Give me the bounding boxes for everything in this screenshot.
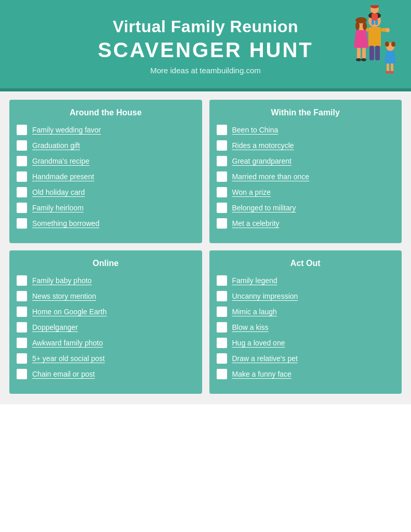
list-item: Great grandparent bbox=[217, 156, 395, 166]
svg-rect-3 bbox=[369, 46, 374, 60]
checkbox[interactable] bbox=[217, 322, 227, 332]
checkbox[interactable] bbox=[17, 322, 27, 332]
item-label: Awkward family photo bbox=[32, 338, 103, 348]
item-label: Met a celebrity bbox=[232, 219, 280, 228]
main-content: Around the HouseFamily wedding favorGrad… bbox=[0, 91, 411, 404]
header: Virtual Family Reunion SCAVENGER HUNT Mo… bbox=[0, 0, 411, 88]
checkbox[interactable] bbox=[217, 203, 227, 213]
svg-point-30 bbox=[390, 71, 394, 74]
svg-rect-4 bbox=[375, 46, 380, 60]
item-label: Graduation gift bbox=[32, 141, 80, 150]
checkbox[interactable] bbox=[217, 275, 227, 286]
checkbox[interactable] bbox=[217, 125, 227, 135]
list-item: Been to China bbox=[217, 125, 395, 135]
page: Virtual Family Reunion SCAVENGER HUNT Mo… bbox=[0, 0, 411, 532]
checkbox[interactable] bbox=[17, 218, 27, 229]
list-item: Awkward family photo bbox=[17, 338, 195, 348]
item-label: Belonged to military bbox=[232, 203, 296, 212]
checkbox[interactable] bbox=[217, 171, 227, 182]
checkbox[interactable] bbox=[17, 171, 27, 182]
checkbox[interactable] bbox=[217, 307, 227, 317]
svg-point-17 bbox=[361, 58, 366, 61]
list-item: Something borrowed bbox=[17, 218, 195, 229]
item-label: Family baby photo bbox=[32, 276, 91, 285]
checkbox[interactable] bbox=[217, 338, 227, 348]
checkbox[interactable] bbox=[217, 156, 227, 166]
section-title-within-the-family: Within the Family bbox=[217, 108, 395, 117]
item-label: Family legend bbox=[232, 276, 277, 285]
item-label: Won a prize bbox=[232, 188, 271, 197]
checkbox[interactable] bbox=[17, 307, 27, 317]
item-label: Rides a motorcycle bbox=[232, 141, 294, 150]
checkbox[interactable] bbox=[217, 353, 227, 364]
item-label: News story mention bbox=[32, 291, 96, 301]
list-item: Family legend bbox=[217, 275, 395, 286]
header-title-bottom: SCAVENGER HUNT bbox=[98, 38, 313, 62]
section-within-the-family: Within the FamilyBeen to ChinaRides a mo… bbox=[209, 100, 402, 243]
svg-rect-27 bbox=[387, 63, 389, 72]
list-item: Uncanny impression bbox=[217, 291, 395, 301]
item-label: Blow a kiss bbox=[232, 323, 269, 332]
checkbox[interactable] bbox=[217, 369, 227, 379]
list-item: Married more than once bbox=[217, 171, 395, 182]
checkbox[interactable] bbox=[217, 187, 227, 197]
svg-rect-28 bbox=[391, 63, 393, 72]
list-item: Draw a relative's pet bbox=[217, 353, 395, 364]
list-item: Family heirloom bbox=[17, 203, 195, 213]
checkbox[interactable] bbox=[17, 338, 27, 348]
section-online: OnlineFamily baby photoNews story mentio… bbox=[9, 250, 202, 394]
checkbox[interactable] bbox=[17, 187, 27, 197]
sections-grid: Around the HouseFamily wedding favorGrad… bbox=[9, 100, 402, 394]
checkbox[interactable] bbox=[17, 353, 27, 364]
checklist-online: Family baby photoNews story mentionHome … bbox=[17, 275, 195, 379]
item-label: Handmade present bbox=[32, 172, 94, 181]
list-item: Graduation gift bbox=[17, 140, 195, 151]
list-item: Grandma's recipe bbox=[17, 156, 195, 166]
item-label: Doppelganger bbox=[32, 323, 78, 332]
item-label: Make a funny face bbox=[232, 369, 291, 379]
list-item: Chain email or post bbox=[17, 369, 195, 379]
svg-point-11 bbox=[355, 22, 360, 30]
checkbox[interactable] bbox=[17, 291, 27, 301]
checkbox[interactable] bbox=[217, 218, 227, 229]
list-item: Rides a motorcycle bbox=[217, 140, 395, 151]
list-item: Handmade present bbox=[17, 171, 195, 182]
family-illustration bbox=[339, 5, 402, 83]
svg-marker-13 bbox=[354, 30, 368, 48]
checklist-around-the-house: Family wedding favorGraduation giftGrand… bbox=[17, 125, 195, 229]
item-label: 5+ year old social post bbox=[32, 354, 105, 363]
section-act-out: Act OutFamily legendUncanny impressionMi… bbox=[209, 250, 402, 394]
item-label: Uncanny impression bbox=[232, 291, 298, 301]
svg-point-29 bbox=[386, 71, 390, 74]
item-label: Chain email or post bbox=[32, 369, 95, 379]
list-item: Met a celebrity bbox=[217, 218, 395, 229]
checklist-within-the-family: Been to ChinaRides a motorcycleGreat gra… bbox=[217, 125, 395, 229]
svg-point-12 bbox=[363, 22, 367, 30]
item-label: Family wedding favor bbox=[32, 125, 101, 135]
item-label: Great grandparent bbox=[232, 156, 291, 166]
checkbox[interactable] bbox=[217, 140, 227, 151]
checkbox[interactable] bbox=[17, 203, 27, 213]
header-title-top: Virtual Family Reunion bbox=[113, 17, 298, 36]
section-title-around-the-house: Around the House bbox=[17, 108, 195, 117]
checkbox[interactable] bbox=[17, 140, 27, 151]
checkbox[interactable] bbox=[17, 275, 27, 286]
checkbox[interactable] bbox=[17, 125, 27, 135]
item-label: Home on Google Earth bbox=[32, 307, 107, 316]
checkbox[interactable] bbox=[217, 291, 227, 301]
list-item: Blow a kiss bbox=[217, 322, 395, 332]
svg-rect-22 bbox=[375, 20, 378, 25]
list-item: Mimic a laugh bbox=[217, 307, 395, 317]
checkbox[interactable] bbox=[17, 369, 27, 379]
svg-rect-15 bbox=[362, 48, 366, 59]
item-label: Married more than once bbox=[232, 172, 310, 181]
section-around-the-house: Around the HouseFamily wedding favorGrad… bbox=[9, 100, 202, 243]
svg-rect-20 bbox=[372, 14, 378, 21]
item-label: Family heirloom bbox=[32, 203, 84, 212]
item-label: Hug a loved one bbox=[232, 338, 285, 348]
section-title-online: Online bbox=[17, 259, 195, 268]
list-item: Make a funny face bbox=[217, 369, 395, 379]
checkbox[interactable] bbox=[17, 156, 27, 166]
list-item: Doppelganger bbox=[17, 322, 195, 332]
svg-point-25 bbox=[391, 42, 395, 47]
